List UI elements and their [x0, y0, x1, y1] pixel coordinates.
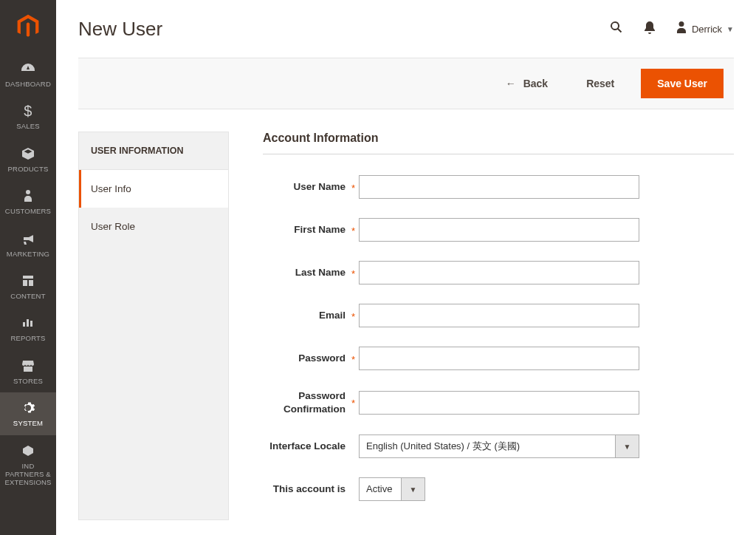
username: Derrick: [692, 24, 722, 35]
form-panel: Account Information User Name * First Na…: [263, 132, 734, 520]
nav-stores[interactable]: STORES: [0, 350, 56, 392]
nav-partners[interactable]: IND PARTNERS & EXTENSIONS: [0, 435, 56, 494]
select-account-status[interactable]: Active: [359, 477, 402, 501]
layout-icon: [21, 273, 35, 289]
caret-down-icon: ▼: [726, 25, 734, 33]
puzzle-icon: [21, 443, 35, 459]
input-password[interactable]: [359, 347, 639, 370]
field-email: Email *: [263, 304, 734, 327]
input-password-confirm[interactable]: [359, 391, 639, 415]
field-lastname: Last Name *: [263, 261, 734, 284]
notifications-icon[interactable]: [643, 20, 656, 38]
dollar-icon: $: [24, 103, 32, 119]
back-button[interactable]: ← Back: [494, 72, 560, 95]
label-locale: Interface Locale: [263, 440, 351, 453]
action-toolbar: ← Back Reset Save User: [78, 58, 734, 109]
tab-user-info[interactable]: User Info: [79, 170, 228, 208]
box-icon: [21, 146, 35, 162]
nav-products[interactable]: PRODUCTS: [0, 138, 56, 180]
chart-bar-icon: [21, 315, 35, 331]
label-password: Password: [263, 352, 351, 365]
label-username: User Name: [263, 180, 351, 194]
content-columns: USER INFORMATION User Info User Role Acc…: [78, 132, 734, 520]
required-mark: *: [351, 396, 359, 409]
search-icon[interactable]: [609, 20, 624, 38]
person-icon: [23, 188, 33, 204]
required-mark: *: [351, 310, 359, 322]
side-tabs-title: USER INFORMATION: [79, 132, 228, 170]
gauge-icon: [20, 61, 36, 77]
page-header: New User Derrick ▼: [78, 0, 734, 58]
gear-icon: [21, 400, 35, 416]
label-firstname: First Name: [263, 223, 351, 236]
arrow-left-icon: ←: [506, 78, 516, 89]
label-password-confirm: Password Confirmation: [263, 389, 351, 415]
side-tabs: USER INFORMATION User Info User Role: [78, 132, 229, 520]
nav-dashboard[interactable]: DASHBOARD: [0, 53, 56, 95]
label-email: Email: [263, 309, 351, 322]
label-lastname: Last Name: [263, 266, 351, 279]
avatar-icon: [676, 21, 687, 37]
select-locale-toggle[interactable]: ▼: [616, 435, 639, 458]
input-lastname[interactable]: [359, 261, 639, 284]
required-mark: *: [351, 224, 359, 236]
select-account-status-toggle[interactable]: ▼: [402, 477, 425, 501]
field-password-confirm: Password Confirmation *: [263, 389, 734, 415]
label-account-status: This account is: [263, 483, 351, 496]
user-menu[interactable]: Derrick ▼: [676, 21, 734, 37]
field-firstname: First Name *: [263, 218, 734, 242]
field-locale: Interface Locale English (United States)…: [263, 435, 734, 458]
field-password: Password *: [263, 347, 734, 370]
required-mark: *: [351, 267, 359, 279]
nav-marketing[interactable]: MARKETING: [0, 223, 56, 265]
header-actions: Derrick ▼: [609, 20, 734, 38]
nav-reports[interactable]: REPORTS: [0, 307, 56, 350]
input-firstname[interactable]: [359, 218, 639, 242]
input-username[interactable]: [359, 175, 639, 199]
save-user-button[interactable]: Save User: [641, 69, 724, 98]
admin-sidebar: DASHBOARD $ SALES PRODUCTS CUSTOMERS MAR…: [0, 0, 56, 535]
field-account-status: This account is Active ▼: [263, 477, 734, 501]
store-icon: [21, 358, 35, 374]
fieldset-title: Account Information: [263, 132, 734, 154]
tab-user-role[interactable]: User Role: [79, 208, 228, 262]
select-locale[interactable]: English (United States) / 英文 (美國): [359, 435, 616, 458]
input-email[interactable]: [359, 304, 639, 327]
nav-customers[interactable]: CUSTOMERS: [0, 180, 56, 222]
megaphone-icon: [21, 231, 35, 247]
nav-content[interactable]: CONTENT: [0, 265, 56, 307]
required-mark: *: [351, 181, 359, 194]
required-mark: *: [351, 352, 359, 365]
reset-button[interactable]: Reset: [574, 72, 626, 95]
field-username: User Name *: [263, 175, 734, 199]
page-title: New User: [78, 18, 162, 41]
nav-sales[interactable]: $ SALES: [0, 95, 56, 137]
main-content: New User Derrick ▼ ← Back Reset Save Use…: [56, 0, 756, 520]
nav-system[interactable]: SYSTEM: [0, 392, 56, 435]
magento-logo[interactable]: [0, 0, 56, 53]
magento-logo-icon: [15, 13, 41, 40]
